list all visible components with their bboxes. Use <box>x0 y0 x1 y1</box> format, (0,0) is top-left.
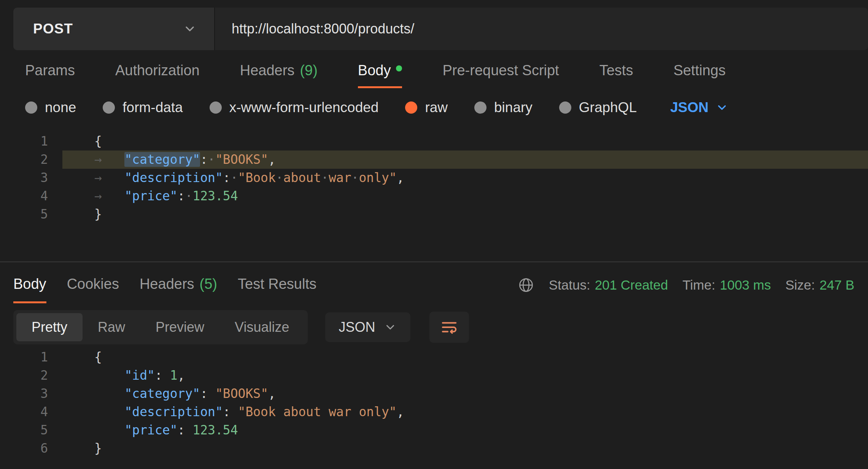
response-tab-body[interactable]: Body <box>13 276 46 303</box>
token-key: "description" <box>124 404 223 419</box>
radio-icon <box>103 101 115 114</box>
token-str: "BOOKS" <box>215 386 268 401</box>
wrap-text-icon <box>440 318 458 336</box>
body-type-none[interactable]: none <box>25 100 76 116</box>
request-tabs: ParamsAuthorizationHeaders(9)BodyPre-req… <box>25 62 868 88</box>
view-tab-preview[interactable]: Preview <box>140 313 219 341</box>
token-punct: · <box>231 170 238 185</box>
line-number: 3 <box>0 169 48 187</box>
line-content: } <box>62 439 868 458</box>
response-tab-headers[interactable]: Headers(5) <box>140 276 217 303</box>
tab-label: Tests <box>599 62 633 79</box>
body-type-selector: noneform-datax-www-form-urlencodedrawbin… <box>25 100 868 116</box>
response-header: BodyCookiesHeaders(5)Test Results Status… <box>0 262 868 303</box>
request-tab-tests[interactable]: Tests <box>599 62 633 88</box>
line-content: { <box>62 132 868 151</box>
response-tabs: BodyCookiesHeaders(5)Test Results <box>13 276 316 303</box>
size-value: 247 B <box>820 277 854 293</box>
time-indicator[interactable]: Time: 1003 ms <box>682 277 771 293</box>
request-tab-headers[interactable]: Headers(9) <box>240 62 318 88</box>
size-indicator[interactable]: Size: 247 B <box>785 277 854 293</box>
token-punct: , <box>178 368 185 383</box>
token-punct: : <box>200 152 208 167</box>
radio-icon <box>25 101 37 114</box>
line-content: → "category":·"BOOKS", <box>62 151 868 169</box>
radio-label: form-data <box>122 100 183 116</box>
token-punct: } <box>94 207 102 222</box>
body-type-x-www-form-urlencoded[interactable]: x-www-form-urlencoded <box>210 100 379 116</box>
code-line-5: 5 "price": 123.54 <box>0 421 868 439</box>
view-tab-pretty[interactable]: Pretty <box>16 313 83 341</box>
radio-label: GraphQL <box>579 100 637 116</box>
token-punct: , <box>268 152 276 167</box>
token-punct <box>94 368 124 383</box>
tab-label: Headers <box>240 62 295 79</box>
token-key: "price" <box>124 423 177 437</box>
response-view-toolbar: PrettyRawPreviewVisualize JSON <box>13 310 868 344</box>
token-ws: → <box>94 152 124 167</box>
code-line-1: 1{ <box>0 132 868 151</box>
request-tab-authorization[interactable]: Authorization <box>115 62 200 88</box>
token-punct: } <box>94 441 102 456</box>
body-type-form-data[interactable]: form-data <box>103 100 183 116</box>
time-label: Time: <box>682 277 715 293</box>
token-key: "category" <box>124 386 200 401</box>
radio-icon <box>405 101 417 114</box>
request-tab-settings[interactable]: Settings <box>673 62 725 88</box>
token-punct: : <box>178 189 185 203</box>
radio-icon <box>559 101 571 114</box>
language-label: JSON <box>670 100 709 116</box>
token-str: "Book about war only" <box>238 404 397 419</box>
response-tab-test-results[interactable]: Test Results <box>238 276 316 303</box>
line-number: 2 <box>0 151 48 169</box>
token-punct: · <box>185 189 192 203</box>
line-content: → "description":·"Book·about·war·only", <box>62 169 868 187</box>
raw-language-dropdown[interactable]: JSON <box>670 100 728 116</box>
wrap-text-button[interactable] <box>429 312 469 343</box>
radio-icon <box>474 101 486 114</box>
response-tab-cookies[interactable]: Cookies <box>67 276 119 303</box>
request-tab-params[interactable]: Params <box>25 62 75 88</box>
response-body-viewer[interactable]: 1{2 "id": 1,3 "category": "BOOKS",4 "des… <box>0 348 868 458</box>
token-punct: : <box>223 170 231 185</box>
status-indicator[interactable]: Status: 201 Created <box>549 277 668 293</box>
view-tab-raw[interactable]: Raw <box>83 313 140 341</box>
token-num: 1 <box>170 368 178 383</box>
tab-label: Body <box>13 276 46 292</box>
request-body-editor[interactable]: 1{2→ "category":·"BOOKS",3→ "description… <box>0 132 868 223</box>
postman-window: POST http://localhost:8000/products/ Par… <box>0 0 868 469</box>
token-num: 123.54 <box>192 189 238 203</box>
token-punct: , <box>268 386 276 401</box>
tab-count-badge: (9) <box>300 62 317 79</box>
code-line-2: 2→ "category":·"BOOKS", <box>0 151 868 169</box>
method-selector[interactable]: POST <box>13 8 214 50</box>
modified-dot-icon <box>396 65 402 71</box>
token-punct: , <box>397 170 404 185</box>
url-text: http://localhost:8000/products/ <box>232 21 414 37</box>
token-key: "category" <box>124 152 200 167</box>
response-language-dropdown[interactable]: JSON <box>325 312 410 342</box>
status-label: Status: <box>549 277 590 293</box>
body-type-raw[interactable]: raw <box>405 100 448 116</box>
line-number: 1 <box>0 348 48 366</box>
response-view-tabs: PrettyRawPreviewVisualize <box>13 310 308 344</box>
token-ws: → <box>94 189 124 203</box>
body-type-binary[interactable]: binary <box>474 100 533 116</box>
radio-label: binary <box>494 100 533 116</box>
token-key: "id" <box>124 368 154 383</box>
view-tab-visualize[interactable]: Visualize <box>219 313 304 341</box>
code-line-6: 6} <box>0 439 868 458</box>
request-tab-body[interactable]: Body <box>358 62 402 88</box>
request-tab-pre-request-script[interactable]: Pre-request Script <box>442 62 559 88</box>
code-line-4: 4 "description": "Book about war only", <box>0 403 868 421</box>
network-globe-icon[interactable] <box>518 277 534 293</box>
line-number: 4 <box>0 187 48 205</box>
chevron-down-icon <box>384 321 397 334</box>
request-url-bar: POST http://localhost:8000/products/ <box>13 8 868 50</box>
line-content: "price": 123.54 <box>62 421 868 439</box>
token-punct: , <box>397 404 404 419</box>
body-type-graphql[interactable]: GraphQL <box>559 100 637 116</box>
token-punct <box>94 423 124 437</box>
url-input[interactable]: http://localhost:8000/products/ <box>214 8 868 50</box>
tab-label: Params <box>25 62 75 79</box>
